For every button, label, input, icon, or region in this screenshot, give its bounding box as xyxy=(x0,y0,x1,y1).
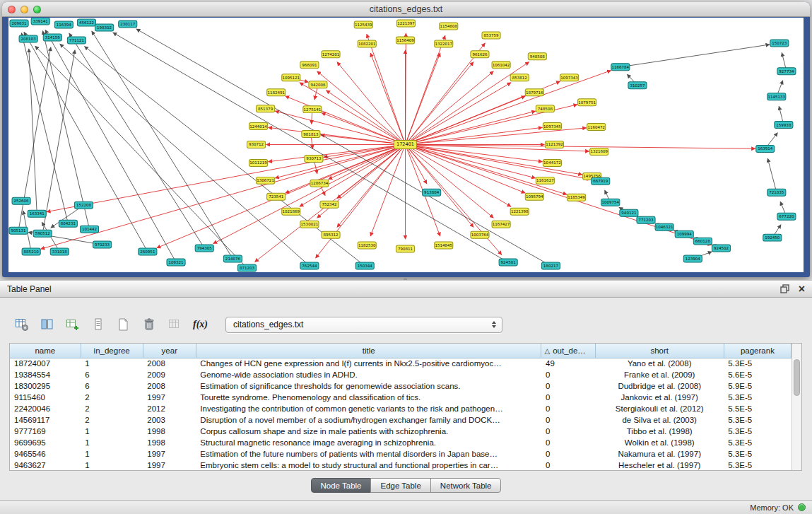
table-row[interactable]: 1830029562008Estimation of significance … xyxy=(10,380,792,392)
close-window-button[interactable] xyxy=(8,6,16,13)
network-node[interactable]: 1160472 xyxy=(587,124,606,131)
table-cell[interactable]: 5.6E-5 xyxy=(724,369,791,380)
network-node[interactable]: 794305 xyxy=(195,245,213,252)
network-node[interactable]: 1079751 xyxy=(578,99,596,106)
network-node[interactable]: 1145133 xyxy=(767,93,786,100)
network-node[interactable]: 924501 xyxy=(499,259,517,266)
table-cell[interactable]: 5.3E-5 xyxy=(724,392,791,403)
column-header-title[interactable]: title xyxy=(196,344,541,358)
table-cell[interactable]: Embryonic stem cells: a model to study s… xyxy=(196,460,541,471)
table-cell[interactable]: 2009 xyxy=(143,369,196,380)
table-cell[interactable]: 18300295 xyxy=(10,380,81,392)
tab-network-table[interactable]: Network Table xyxy=(430,478,502,493)
network-node[interactable]: 1322017 xyxy=(435,40,453,47)
network-node[interactable]: 1011219 xyxy=(249,159,268,166)
table-cell[interactable]: Jankovic et al. (1997) xyxy=(595,392,724,403)
network-node[interactable]: 101442 xyxy=(80,226,98,233)
column-header-out-de-[interactable]: △out_de… xyxy=(541,344,595,358)
network-node[interactable]: 677220 xyxy=(777,213,796,220)
table-select-dropdown[interactable]: citations_edges.txt xyxy=(225,317,502,333)
network-node[interactable]: 885210 xyxy=(22,248,40,255)
network-node[interactable]: 230117 xyxy=(119,21,137,28)
network-node[interactable]: 314159 xyxy=(43,34,61,41)
network-node[interactable]: 1046321 xyxy=(655,223,673,230)
network-node[interactable]: 905131 xyxy=(9,227,28,234)
table-cell[interactable]: 9465546 xyxy=(10,448,81,460)
network-node[interactable]: 1182530 xyxy=(358,242,376,249)
table-cell[interactable]: 0 xyxy=(541,369,595,380)
network-node[interactable]: 1275141 xyxy=(303,106,322,113)
network-node[interactable]: 748508 xyxy=(536,105,554,112)
network-node[interactable]: 172401 xyxy=(394,141,416,149)
network-node[interactable]: 123904 xyxy=(683,255,702,262)
table-cell[interactable]: 5.5E-5 xyxy=(724,403,791,414)
table-cell[interactable]: Franke et al. (2009) xyxy=(595,369,724,380)
network-node[interactable]: 981813 xyxy=(302,131,320,138)
column-header-in-degree[interactable]: in_degree xyxy=(81,344,143,358)
table-cell[interactable]: 5.3E-5 xyxy=(724,358,791,369)
table-cell[interactable]: Stergiakouli et al. (2012) xyxy=(595,403,724,414)
function-builder-button[interactable]: f(x) xyxy=(191,315,210,334)
table-cell[interactable]: 2003 xyxy=(143,414,196,426)
network-node[interactable]: 723541 xyxy=(267,193,286,200)
network-window-titlebar[interactable]: citations_edges.txt xyxy=(2,2,810,17)
table-cell[interactable]: 9699695 xyxy=(10,437,81,448)
table-cell[interactable]: Nakamura et al. (1997) xyxy=(595,448,724,460)
network-node[interactable]: 1182491 xyxy=(267,89,286,96)
table-cell[interactable]: 1998 xyxy=(143,426,196,437)
table-cell[interactable]: 49 xyxy=(541,358,595,369)
table-cell[interactable]: 9463627 xyxy=(10,460,81,471)
table-cell[interactable]: Estimation of the future numbers of pati… xyxy=(196,448,541,460)
table-cell[interactable]: Disruption of a novel member of a sodium… xyxy=(196,414,541,426)
table-cell[interactable]: Estimation of significance thresholds fo… xyxy=(196,380,541,392)
network-node[interactable]: 1185349 xyxy=(567,194,586,201)
table-cell[interactable]: 0 xyxy=(541,460,595,471)
delete-table-button[interactable] xyxy=(140,315,158,334)
network-node[interactable]: 853759 xyxy=(482,32,500,39)
network-node[interactable]: 1221397 xyxy=(396,20,415,27)
table-cell[interactable]: 9115460 xyxy=(10,392,81,403)
network-node[interactable]: 771203 xyxy=(637,216,655,223)
network-node[interactable]: 1021869 xyxy=(282,208,300,215)
network-node[interactable]: 590512 xyxy=(33,230,52,237)
float-panel-icon[interactable] xyxy=(780,284,789,293)
network-node[interactable]: 1879716 xyxy=(525,89,543,96)
table-cell[interactable]: 1 xyxy=(81,460,143,471)
table-cell[interactable]: 2 xyxy=(81,403,143,414)
network-node[interactable]: 1003764 xyxy=(471,231,489,238)
table-row[interactable]: 1456911722003Disruption of a novel membe… xyxy=(10,414,792,426)
table-cell[interactable]: Tibbo et al. (1998) xyxy=(595,426,724,437)
network-node[interactable]: 851379 xyxy=(257,105,275,112)
network-node[interactable]: 456122 xyxy=(77,19,95,26)
network-node[interactable]: 1530021 xyxy=(300,221,319,228)
network-node[interactable]: 109994 xyxy=(675,230,693,238)
network-node[interactable]: 970233 xyxy=(93,241,112,248)
network-node[interactable]: 1121392 xyxy=(545,141,563,148)
network-node[interactable]: 1097343 xyxy=(560,74,578,81)
table-cell[interactable]: 18724007 xyxy=(10,358,81,369)
network-node[interactable]: 214076 xyxy=(223,255,242,262)
table-cell[interactable]: 5.3E-5 xyxy=(724,448,791,460)
table-cell[interactable]: 0 xyxy=(541,380,595,392)
network-node[interactable]: 1514845 xyxy=(435,242,453,249)
table-cell[interactable]: Corpus callosum shape and size in male p… xyxy=(196,426,541,437)
network-node[interactable]: 180217 xyxy=(541,262,560,269)
tab-edge-table[interactable]: Edge Table xyxy=(370,478,430,493)
table-cell[interactable]: 22420046 xyxy=(10,403,81,414)
table-cell[interactable]: 1998 xyxy=(143,437,196,448)
network-node[interactable]: 771121 xyxy=(67,37,86,44)
show-columns-button[interactable] xyxy=(38,315,57,334)
table-cell[interactable]: Tourette syndrome. Phenomenology and cla… xyxy=(196,392,541,403)
table-cell[interactable]: 14569117 xyxy=(10,414,81,426)
table-cell[interactable]: 0 xyxy=(541,403,595,414)
network-node[interactable]: 150723 xyxy=(770,40,789,47)
network-node[interactable]: 1161627 xyxy=(536,177,554,184)
network-node[interactable]: 163914 xyxy=(756,145,775,152)
network-node[interactable]: 940121 xyxy=(620,209,638,216)
network-node[interactable]: 762544 xyxy=(300,262,319,269)
network-node[interactable]: 1097345 xyxy=(543,123,561,130)
network-node[interactable]: 1306721 xyxy=(257,177,275,184)
network-node[interactable]: 1167427 xyxy=(492,221,510,228)
network-node[interactable]: 252606 xyxy=(12,197,30,204)
network-node[interactable]: 930712 xyxy=(247,141,266,148)
